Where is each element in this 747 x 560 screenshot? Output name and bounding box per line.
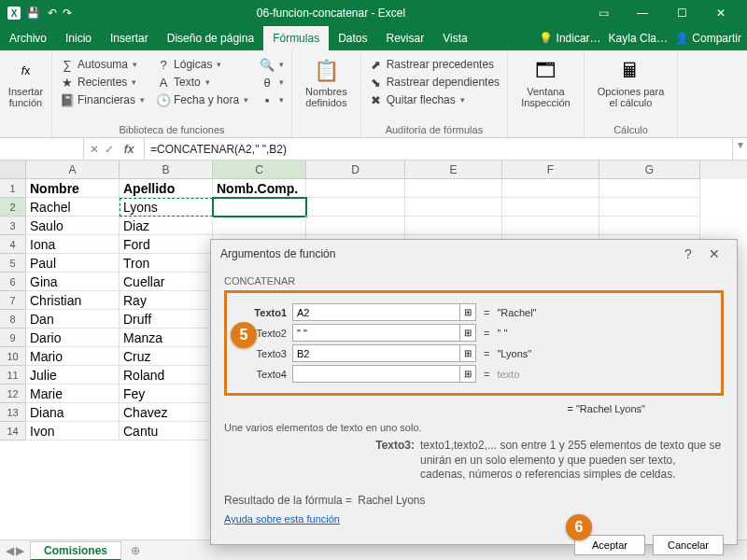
row-header[interactable]: 8: [0, 310, 26, 329]
col-header[interactable]: A: [26, 161, 120, 179]
tell-me[interactable]: 💡 Indicar…: [539, 32, 600, 45]
cell[interactable]: [213, 217, 306, 235]
watch-window-button[interactable]: 🗔 Ventana Inspección: [515, 54, 576, 110]
share-button[interactable]: 👤 Compartir: [675, 32, 741, 45]
cell[interactable]: [502, 217, 599, 235]
maximize-icon[interactable]: ☐: [663, 2, 700, 24]
cell[interactable]: Dan: [26, 310, 120, 329]
row-header[interactable]: 6: [0, 273, 26, 291]
select-all-corner[interactable]: [0, 161, 26, 179]
cell[interactable]: [306, 198, 405, 217]
row-header[interactable]: 7: [0, 291, 26, 310]
cell[interactable]: Druff: [120, 310, 213, 329]
cell[interactable]: [599, 198, 700, 217]
text-button[interactable]: ATexto▾: [156, 74, 248, 91]
range-select-icon[interactable]: ⊞: [459, 344, 476, 362]
cell[interactable]: Gina: [26, 273, 120, 291]
cell[interactable]: Chavez: [120, 403, 213, 422]
cell[interactable]: [213, 198, 306, 217]
math-button[interactable]: θ▾: [260, 74, 284, 91]
function-help-link[interactable]: Ayuda sobre esta función: [224, 513, 340, 525]
col-header[interactable]: C: [213, 161, 306, 179]
new-sheet-button[interactable]: ⊕: [125, 540, 146, 561]
cell[interactable]: Julie: [26, 366, 120, 385]
accept-formula-icon[interactable]: ✓: [105, 143, 114, 156]
more-button[interactable]: ▪▾: [260, 91, 284, 108]
cell[interactable]: Tron: [120, 254, 213, 273]
cell[interactable]: Ray: [120, 291, 213, 310]
trace-dependents-button[interactable]: ⬊Rastrear dependientes: [369, 74, 500, 91]
cell[interactable]: [599, 179, 700, 198]
tab-datos[interactable]: Datos: [329, 26, 376, 50]
row-header[interactable]: 2: [0, 198, 26, 217]
cell[interactable]: Mario: [26, 347, 120, 366]
tab-revisar[interactable]: Revisar: [377, 26, 434, 50]
tab-inicio[interactable]: Inicio: [56, 26, 101, 50]
qat-redo-icon[interactable]: ↷: [63, 7, 72, 20]
tab-diseño de página[interactable]: Diseño de página: [158, 26, 263, 50]
insert-function-button[interactable]: fx Insertar función: [7, 54, 44, 110]
sheet-nav-prev-icon[interactable]: ◀: [6, 544, 14, 557]
cancel-formula-icon[interactable]: ✕: [90, 143, 99, 156]
minimize-icon[interactable]: —: [624, 2, 661, 24]
qat-save-icon[interactable]: 💾: [26, 7, 40, 20]
row-header[interactable]: 9: [0, 329, 26, 347]
lookup-button[interactable]: 🔍▾: [260, 56, 284, 73]
cell[interactable]: [405, 198, 502, 217]
row-header[interactable]: 1: [0, 179, 26, 198]
financial-button[interactable]: 📓Financieras▾: [60, 91, 145, 108]
col-header[interactable]: G: [599, 161, 700, 179]
qat-undo-icon[interactable]: ↶: [48, 7, 57, 20]
arg-input[interactable]: [292, 303, 460, 321]
range-select-icon[interactable]: ⊞: [459, 324, 476, 342]
sheet-nav-next-icon[interactable]: ▶: [16, 544, 24, 557]
range-select-icon[interactable]: ⊞: [459, 303, 476, 321]
range-select-icon[interactable]: ⊞: [459, 365, 476, 383]
cell[interactable]: Ford: [120, 235, 213, 254]
name-box[interactable]: [0, 138, 84, 160]
tab-archivo[interactable]: Archivo: [0, 26, 56, 50]
cell[interactable]: Manza: [120, 329, 213, 347]
cell[interactable]: Diaz: [120, 217, 213, 235]
dialog-help-icon[interactable]: ?: [675, 246, 701, 261]
tab-fórmulas[interactable]: Fórmulas: [263, 26, 329, 50]
remove-arrows-button[interactable]: ✖Quitar flechas▾: [369, 91, 500, 108]
tab-vista[interactable]: Vista: [433, 26, 476, 50]
cell[interactable]: [405, 217, 502, 235]
cell[interactable]: [306, 217, 405, 235]
cell[interactable]: Diana: [26, 403, 120, 422]
row-header[interactable]: 14: [0, 422, 26, 441]
cell[interactable]: Cuellar: [120, 273, 213, 291]
cell[interactable]: Fey: [120, 385, 213, 403]
arg-input[interactable]: [292, 324, 460, 342]
cell[interactable]: Cantu: [120, 422, 213, 441]
cell[interactable]: Christian: [26, 291, 120, 310]
ribbon-options-icon[interactable]: ▭: [585, 2, 622, 24]
close-icon[interactable]: ✕: [702, 2, 740, 24]
cell[interactable]: [306, 179, 405, 198]
row-header[interactable]: 4: [0, 235, 26, 254]
col-header[interactable]: F: [502, 161, 599, 179]
cell[interactable]: Saulo: [26, 217, 120, 235]
row-header[interactable]: 3: [0, 217, 26, 235]
row-header[interactable]: 10: [0, 347, 26, 366]
row-header[interactable]: 13: [0, 403, 26, 422]
cell[interactable]: Paul: [26, 254, 120, 273]
row-header[interactable]: 12: [0, 385, 26, 403]
cell[interactable]: Marie: [26, 385, 120, 403]
calc-options-button[interactable]: 🖩 Opciones para el cálculo: [592, 54, 670, 110]
col-header[interactable]: B: [120, 161, 213, 179]
cell[interactable]: Ivon: [26, 422, 120, 441]
col-header[interactable]: E: [405, 161, 502, 179]
cell[interactable]: Rachel: [26, 198, 120, 217]
row-header[interactable]: 5: [0, 254, 26, 273]
cell[interactable]: [405, 179, 502, 198]
cell[interactable]: [599, 217, 700, 235]
trace-precedents-button[interactable]: ⬈Rastrear precedentes: [369, 56, 500, 73]
row-header[interactable]: 11: [0, 366, 26, 385]
autosum-button[interactable]: ∑Autosuma▾: [60, 56, 145, 73]
arg-input[interactable]: [292, 365, 460, 383]
cell[interactable]: Nombre: [26, 179, 120, 198]
user-name[interactable]: Kayla Cla…: [609, 32, 668, 45]
logical-button[interactable]: ?Lógicas▾: [156, 56, 248, 73]
